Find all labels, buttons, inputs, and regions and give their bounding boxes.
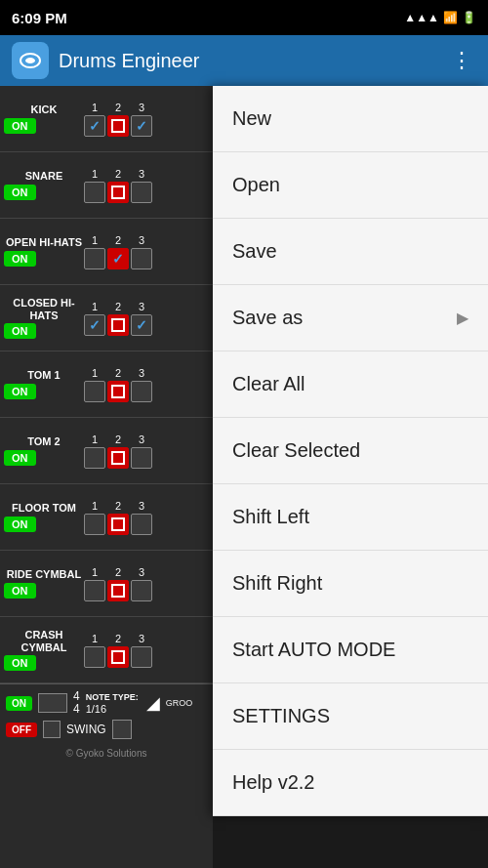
menu-item-new[interactable]: New: [213, 86, 488, 152]
swing-value-checkbox[interactable]: [112, 720, 132, 739]
open-hihats-on-button[interactable]: ON: [4, 251, 36, 267]
note-type-group: NOTE TYPE: 1/16: [86, 692, 139, 715]
menu-item-clear-selected-label: Clear Selected: [232, 439, 360, 462]
beat-num: 3: [131, 434, 152, 445]
floortom-beat-1[interactable]: [84, 514, 105, 535]
svg-point-1: [25, 58, 35, 63]
kick-beats: 1 ✓ 2 3 ✓: [84, 102, 209, 137]
closedhihat-beat-3[interactable]: ✓: [131, 314, 152, 336]
snare-on-button[interactable]: ON: [4, 185, 36, 200]
menu-item-open[interactable]: Open: [213, 152, 488, 219]
snare-beat-3[interactable]: [131, 182, 152, 203]
tom2-beat-3[interactable]: [131, 447, 152, 469]
kick-beat-2[interactable]: [107, 115, 129, 137]
kick-beat-3[interactable]: ✓: [131, 115, 152, 137]
menu-item-shift-left-label: Shift Left: [232, 506, 309, 528]
app-header: Drums Engineer ⋮: [0, 35, 488, 86]
menu-item-help-label: Help v2.2: [232, 771, 315, 794]
snare-beat-2[interactable]: [107, 182, 129, 203]
tom1-beat-2[interactable]: [107, 381, 129, 402]
drum-label-kick: KICK ON: [4, 103, 84, 133]
floortom-beat-3[interactable]: [131, 514, 152, 535]
beat-num: 3: [131, 500, 152, 512]
status-bar: 6:09 PM ▲▲▲ 📶 🔋: [0, 0, 488, 35]
ridecymbal-beat-1[interactable]: [84, 580, 105, 601]
beat-num: 2: [107, 102, 129, 113]
menu-item-settings[interactable]: SETTINGS: [213, 683, 488, 750]
tom1-beats: 1 2 3: [84, 367, 209, 402]
playback-checkbox[interactable]: [38, 693, 67, 713]
openhihat-beat-1[interactable]: [84, 248, 105, 269]
beat-num: 1: [84, 168, 105, 180]
note-type-arrow: ◢: [146, 692, 160, 714]
ride-cymbal-on-button[interactable]: ON: [4, 583, 36, 599]
tom2-name: TOM 2: [4, 435, 84, 447]
tom1-on-button[interactable]: ON: [4, 384, 36, 399]
beat-num: 2: [107, 234, 129, 246]
beat-num: 3: [131, 168, 152, 180]
tom2-beat-1[interactable]: [84, 447, 105, 469]
drum-row-tom1: TOM 1 ON 1 2 3: [0, 351, 213, 418]
floor-tom-name: FLOOR TOM: [4, 502, 84, 514]
status-time: 6:09 PM: [12, 10, 67, 26]
copyright: © Gyoko Solutions: [66, 748, 147, 759]
beat-num: 2: [107, 367, 129, 379]
menu-item-new-label: New: [232, 107, 271, 130]
main-content: KICK ON 1 ✓ 2 3 ✓ SNARE: [0, 86, 488, 868]
tom2-beat-2[interactable]: [107, 447, 129, 469]
crashcymbal-beat-3[interactable]: [131, 646, 152, 668]
tom2-on-button[interactable]: ON: [4, 450, 36, 466]
kick-on-button[interactable]: ON: [4, 118, 36, 134]
menu-item-save-as[interactable]: Save as ▶: [213, 285, 488, 351]
open-hihats-name: OPEN HI-HATS: [4, 236, 84, 248]
battery-icon: 🔋: [462, 11, 476, 24]
copyright-area: © Gyoko Solutions: [6, 743, 207, 761]
note-type-label: NOTE TYPE:: [86, 692, 139, 702]
playback-on-button[interactable]: ON: [6, 696, 32, 711]
ridecymbal-beat-2[interactable]: [107, 580, 129, 601]
menu-item-shift-left[interactable]: Shift Left: [213, 484, 488, 551]
closedhihat-beat-1[interactable]: ✓: [84, 314, 105, 336]
beat-num: 3: [131, 566, 152, 578]
app-title: Drums Engineer: [59, 50, 447, 72]
beat-num: 2: [107, 633, 129, 644]
beat-num: 1: [84, 500, 105, 512]
wifi-icon: 📶: [443, 11, 458, 24]
tom1-beat-3[interactable]: [131, 381, 152, 402]
menu-item-save[interactable]: Save: [213, 219, 488, 285]
floortom-beat-2[interactable]: [107, 514, 129, 535]
dropdown-menu: New Open Save Save as ▶ Clear All Clear …: [213, 86, 488, 816]
beat-num: 2: [107, 301, 129, 312]
playback-off-button[interactable]: OFF: [6, 723, 37, 737]
crashcymbal-beat-1[interactable]: [84, 646, 105, 668]
menu-item-clear-selected[interactable]: Clear Selected: [213, 418, 488, 484]
menu-item-help[interactable]: Help v2.2: [213, 750, 488, 816]
openhihat-beat-3[interactable]: [131, 248, 152, 269]
menu-item-clear-all[interactable]: Clear All: [213, 351, 488, 418]
status-icons: ▲▲▲ 📶 🔋: [404, 11, 476, 24]
menu-item-shift-right[interactable]: Shift Right: [213, 551, 488, 617]
ridecymbal-beat-3[interactable]: [131, 580, 152, 601]
kick-beat-1[interactable]: ✓: [84, 115, 105, 137]
header-menu-button[interactable]: ⋮: [447, 44, 476, 77]
beat-num: 1: [84, 102, 105, 113]
drum-row-ride-cymbal: RIDE CYMBAL ON 1 2 3: [0, 551, 213, 617]
swing-checkbox[interactable]: [43, 721, 61, 738]
floor-tom-on-button[interactable]: ON: [4, 517, 36, 532]
closedhihat-beat-2[interactable]: [107, 314, 129, 336]
open-hihats-beats: 1 2 ✓ 3: [84, 234, 209, 269]
openhihat-beat-2[interactable]: ✓: [107, 248, 129, 269]
tom1-beat-1[interactable]: [84, 381, 105, 402]
crashcymbal-beat-2[interactable]: [107, 646, 129, 668]
app-logo: [12, 42, 49, 79]
drum-label-floor-tom: FLOOR TOM ON: [4, 502, 84, 531]
beat-num: 1: [84, 434, 105, 445]
crash-cymbal-on-button[interactable]: ON: [4, 655, 36, 671]
closed-hihats-beats: 1 ✓ 2 3 ✓: [84, 301, 209, 336]
closed-hihats-on-button[interactable]: ON: [4, 323, 36, 339]
menu-item-clear-all-label: Clear All: [232, 373, 305, 395]
drum-label-crash-cymbal: CRASH CYMBAL ON: [4, 629, 84, 670]
drum-row-open-hihats: OPEN HI-HATS ON 1 2 ✓ 3: [0, 219, 213, 285]
snare-beat-1[interactable]: [84, 182, 105, 203]
menu-item-start-auto-mode[interactable]: Start AUTO MODE: [213, 617, 488, 683]
